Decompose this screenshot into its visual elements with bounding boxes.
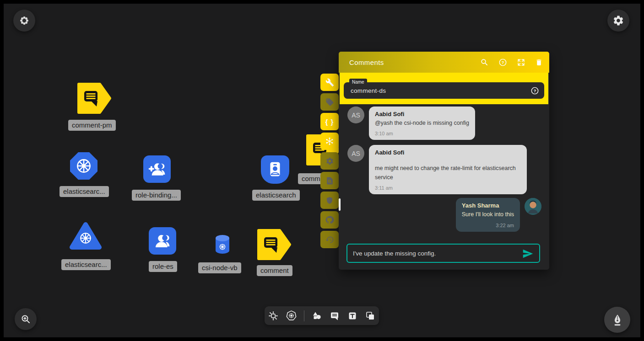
- node-label-role-es: role-es: [149, 261, 177, 272]
- history-icon: [325, 235, 334, 244]
- message-time: 3:10 am: [375, 131, 469, 136]
- name-input[interactable]: [344, 82, 544, 99]
- gear-icon: [612, 15, 624, 27]
- toolbar-shield-button[interactable]: [320, 192, 339, 209]
- role-binding-icon: [147, 159, 167, 179]
- avatar-initials: AS: [347, 145, 364, 162]
- comments-panel-header[interactable]: Comments ?: [339, 52, 549, 73]
- pen-tool-button[interactable]: [604, 307, 630, 333]
- name-field-label: Name: [349, 79, 367, 86]
- node-label-role-binding: role-binding...: [132, 190, 181, 201]
- toolbar-doc-search-button[interactable]: [320, 172, 339, 189]
- node-action-toolbar: { }: [320, 74, 339, 250]
- message-author: Aabid Sofi: [375, 149, 521, 156]
- node-label-elasticsearch-pod: elasticsearc...: [60, 186, 109, 197]
- expand-icon[interactable]: [517, 58, 525, 67]
- github-icon: [325, 215, 334, 224]
- zoom-in-button[interactable]: [15, 308, 37, 330]
- message-text: me might need to change the rate-limit f…: [375, 164, 521, 182]
- storage-cylinder-icon: [214, 234, 231, 255]
- message-author: Aabid Sofi: [375, 111, 469, 117]
- toolbar-braces-button[interactable]: { }: [320, 113, 339, 130]
- node-graph-icon: [268, 310, 279, 321]
- toolbar-github-button[interactable]: [320, 211, 339, 229]
- message-text: Sure I'll look into this: [462, 210, 514, 219]
- trash-icon[interactable]: [535, 58, 543, 67]
- message-bubble: Yash Sharma Sure I'll look into this 3:2…: [456, 198, 520, 231]
- comment-shape-icon: [77, 82, 112, 114]
- message-author: Yash Sharma: [462, 202, 514, 209]
- canvas-bottom-toolbar: [265, 306, 379, 325]
- node-role-es[interactable]: [149, 227, 176, 255]
- comment-input-wrap: [346, 244, 540, 263]
- search-icon[interactable]: [480, 58, 489, 67]
- comment-message: Yash Sharma Sure I'll look into this 3:2…: [347, 198, 541, 231]
- node-comment[interactable]: [257, 229, 292, 262]
- message-text: @yash the csi-node is missing config: [375, 119, 469, 128]
- comment-shape-icon: [257, 229, 292, 261]
- avatar-initials: AS: [347, 107, 364, 123]
- name-field-section: Name ?: [340, 73, 548, 104]
- braces-icon: { }: [325, 118, 334, 126]
- kubernetes-heptagon-icon: [286, 310, 297, 321]
- toolbar-history-button[interactable]: [320, 231, 339, 248]
- node-label-elasticsearch-serviceaccount: elasticsearch: [252, 190, 300, 201]
- app-logo-button[interactable]: [13, 10, 35, 32]
- text-tool-icon: [347, 310, 358, 321]
- kubernetes-wheel-icon: [75, 157, 92, 175]
- svg-text:?: ?: [502, 60, 504, 64]
- toolbar-settings-button[interactable]: [320, 152, 339, 170]
- node-label-elasticsearch-triangle: elasticsearc...: [61, 259, 111, 270]
- zoom-in-icon: [20, 314, 31, 325]
- scrollbar-thumb[interactable]: [339, 198, 341, 211]
- node-label-comment-pm: comment-pm: [68, 120, 116, 131]
- gear-icon: [325, 157, 334, 165]
- node-graph-tool-button[interactable]: [268, 310, 279, 321]
- node-role-binding[interactable]: [143, 155, 171, 183]
- shapes-tool-button[interactable]: [311, 310, 322, 321]
- toolbar-divider: [304, 310, 304, 321]
- text-tool-button[interactable]: [347, 310, 358, 321]
- node-elasticsearch-serviceaccount[interactable]: [261, 155, 289, 184]
- message-time: 3:11 am: [375, 185, 521, 191]
- shield-icon: [325, 196, 334, 205]
- message-time: 3:22 am: [462, 223, 514, 228]
- node-elasticsearch-triangle[interactable]: [69, 221, 103, 254]
- role-icon: [152, 231, 173, 251]
- node-elasticsearch-pod[interactable]: [70, 152, 97, 180]
- comments-panel: Comments ?: [339, 52, 549, 270]
- comment-message: AS Aabid Sofi @yash the csi-node is miss…: [347, 107, 543, 140]
- image-tool-button[interactable]: [365, 310, 376, 321]
- comment-icon: [329, 310, 340, 321]
- send-icon[interactable]: [522, 248, 534, 260]
- svg-text:?: ?: [534, 89, 536, 93]
- node-comment-pm[interactable]: [77, 82, 112, 116]
- kubernetes-components-button[interactable]: [286, 310, 297, 321]
- wrench-icon: [325, 78, 334, 87]
- toolbar-kubernetes-button[interactable]: [320, 133, 339, 150]
- comment-message: AS Aabid Sofi me might need to change th…: [347, 145, 543, 194]
- pen-nib-icon: [611, 314, 624, 326]
- comment-input[interactable]: [347, 245, 539, 262]
- service-account-icon: [265, 159, 286, 180]
- doc-search-icon: [325, 176, 334, 185]
- avatar-photo: [525, 198, 541, 215]
- design-canvas[interactable]: comment-pm elasticsearc... role-binding.…: [0, 0, 644, 341]
- comment-tool-button[interactable]: [329, 310, 340, 321]
- tag-icon: [325, 98, 334, 107]
- kubernetes-icon: [325, 136, 335, 146]
- shapes-icon: [311, 310, 322, 321]
- node-label-csi-node-vb: csi-node-vb: [198, 262, 241, 273]
- toolbar-wrench-button[interactable]: [320, 74, 339, 91]
- node-label-comment: comment: [257, 265, 292, 276]
- toolbar-tag-button[interactable]: [320, 93, 339, 111]
- help-icon[interactable]: ?: [498, 58, 507, 67]
- message-bubble: Aabid Sofi me might need to change the r…: [369, 145, 527, 194]
- help-icon[interactable]: ?: [530, 86, 539, 95]
- flower-logo-icon: [19, 15, 30, 26]
- settings-button[interactable]: [607, 10, 629, 32]
- image-tool-icon: [365, 310, 376, 321]
- node-csi-node-vb[interactable]: [214, 234, 231, 257]
- comments-panel-title: Comments: [349, 59, 480, 66]
- comments-thread[interactable]: AS Aabid Sofi @yash the csi-node is miss…: [339, 104, 549, 270]
